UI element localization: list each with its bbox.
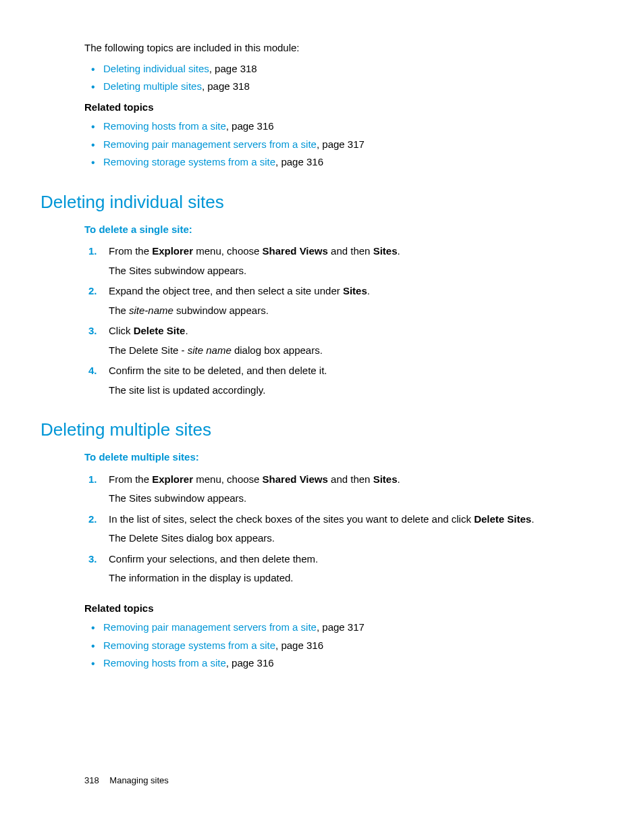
step-instruction: Confirm the site to be deleted, and then… — [109, 363, 603, 379]
text-run: subwindow appears. — [173, 305, 269, 316]
step-instruction: From the Explorer menu, choose Shared Vi… — [109, 472, 603, 488]
text-run: The — [109, 305, 129, 316]
text-run: The Delete Site - — [109, 344, 188, 356]
step-result: The site list is updated accordingly. — [109, 383, 603, 398]
list-item: Removing storage systems from a site, pa… — [103, 155, 603, 170]
ui-term: Shared Views — [263, 473, 328, 485]
text-run: and then — [328, 245, 373, 257]
page-reference: , page 318 — [209, 63, 257, 74]
step-item: Click Delete Site.The Delete Site - site… — [103, 323, 603, 358]
ui-term: Explorer — [152, 473, 193, 485]
step-item: In the list of sites, select the check b… — [103, 512, 603, 546]
list-item: Removing storage systems from a site, pa… — [103, 638, 603, 654]
text-run: menu, choose — [193, 473, 263, 485]
page-reference: , page 316 — [275, 156, 323, 167]
cross-reference-link[interactable]: Removing hosts from a site — [103, 120, 226, 132]
text-run: . — [397, 245, 400, 257]
list-item: Deleting multiple sites, page 318 — [103, 79, 603, 95]
text-run: and then — [328, 473, 373, 485]
cross-reference-link[interactable]: Removing pair management servers from a … — [103, 138, 317, 150]
step-result: The site-name subwindow appears. — [109, 303, 603, 319]
page-reference: , page 316 — [226, 120, 274, 132]
ui-term: Delete Site — [134, 325, 186, 336]
text-run: Expand the object tree, and then select … — [109, 285, 343, 296]
text-run: . — [397, 473, 400, 485]
step-item: Expand the object tree, and then select … — [103, 284, 603, 318]
text-run: Confirm the site to be deleted, and then… — [109, 365, 327, 376]
ui-term: Delete Sites — [474, 513, 531, 525]
ui-term: Sites — [373, 245, 398, 257]
ui-term: Sites — [373, 473, 398, 485]
related-topics-heading-1: Related topics — [84, 100, 603, 115]
step-instruction: Expand the object tree, and then select … — [109, 284, 603, 299]
steps-list-1: From the Explorer menu, choose Shared Vi… — [84, 244, 603, 398]
procedure-subhead-2: To delete multiple sites: — [84, 450, 603, 465]
text-run: From the — [109, 245, 152, 257]
ui-term: Explorer — [152, 245, 193, 257]
step-result: The Sites subwindow appears. — [109, 263, 603, 279]
variable-term: site-name — [129, 305, 173, 316]
step-result: The information in the display is update… — [109, 571, 603, 586]
page-reference: , page 316 — [275, 640, 323, 651]
related-list-2: Removing pair management servers from a … — [84, 620, 603, 671]
text-run: . — [367, 285, 370, 296]
text-run: . — [185, 325, 188, 336]
page-reference: , page 317 — [317, 621, 365, 633]
cross-reference-link[interactable]: Deleting multiple sites — [103, 80, 202, 92]
text-run: From the — [109, 473, 152, 485]
step-item: From the Explorer menu, choose Shared Vi… — [103, 244, 603, 278]
step-instruction: In the list of sites, select the check b… — [109, 512, 603, 527]
ui-term: Shared Views — [263, 245, 328, 257]
step-item: From the Explorer menu, choose Shared Vi… — [103, 472, 603, 506]
page-reference: , page 317 — [317, 138, 365, 150]
cross-reference-link[interactable]: Removing hosts from a site — [103, 657, 226, 669]
text-run: dialog box appears. — [232, 344, 323, 356]
text-run: In the list of sites, select the check b… — [109, 513, 474, 525]
step-result: The Delete Sites dialog box appears. — [109, 531, 603, 546]
cross-reference-link[interactable]: Removing storage systems from a site — [103, 156, 275, 167]
page-reference: , page 316 — [226, 657, 274, 669]
text-run: Confirm your selections, and then delete… — [109, 553, 318, 565]
page-number: 318 — [84, 775, 99, 785]
ui-term: Sites — [343, 285, 367, 296]
page-reference: , page 318 — [202, 80, 250, 92]
top-links-list: Deleting individual sites, page 318Delet… — [84, 61, 603, 95]
list-item: Removing pair management servers from a … — [103, 137, 603, 153]
step-instruction: Click Delete Site. — [109, 323, 603, 339]
related-list-1: Removing hosts from a site, page 316Remo… — [84, 119, 603, 170]
procedure-subhead-1: To delete a single site: — [84, 222, 603, 238]
step-instruction: From the Explorer menu, choose Shared Vi… — [109, 244, 603, 259]
variable-term: site name — [188, 344, 232, 356]
section-title-deleting-individual: Deleting individual sites — [41, 189, 603, 215]
steps-list-2: From the Explorer menu, choose Shared Vi… — [84, 472, 603, 586]
list-item: Removing pair management servers from a … — [103, 620, 603, 635]
cross-reference-link[interactable]: Deleting individual sites — [103, 63, 209, 74]
list-item: Deleting individual sites, page 318 — [103, 61, 603, 77]
cross-reference-link[interactable]: Removing storage systems from a site — [103, 640, 275, 651]
text-run: Click — [109, 325, 134, 336]
step-item: Confirm the site to be deleted, and then… — [103, 363, 603, 398]
page-footer: 318 Managing sites — [84, 774, 169, 787]
step-result: The Sites subwindow appears. — [109, 491, 603, 506]
text-run: menu, choose — [193, 245, 263, 257]
step-item: Confirm your selections, and then delete… — [103, 552, 603, 586]
chapter-name: Managing sites — [109, 775, 168, 785]
cross-reference-link[interactable]: Removing pair management servers from a … — [103, 621, 317, 633]
step-result: The Delete Site - site name dialog box a… — [109, 343, 603, 359]
intro-text: The following topics are included in thi… — [84, 41, 603, 56]
related-topics-heading-2: Related topics — [84, 601, 603, 617]
section-title-deleting-multiple: Deleting multiple sites — [41, 417, 603, 443]
step-instruction: Confirm your selections, and then delete… — [109, 552, 603, 567]
text-run: . — [531, 513, 534, 525]
list-item: Removing hosts from a site, page 316 — [103, 119, 603, 134]
list-item: Removing hosts from a site, page 316 — [103, 656, 603, 671]
